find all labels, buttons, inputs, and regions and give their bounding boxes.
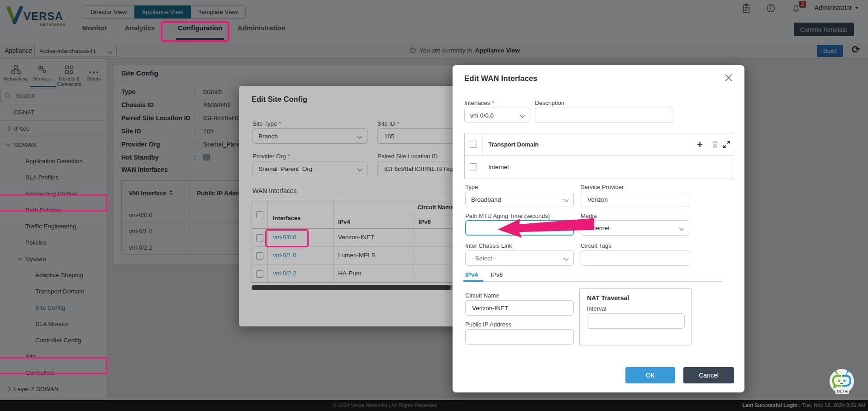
public-ip-input[interactable] xyxy=(471,333,568,341)
service-provider-input[interactable] xyxy=(587,196,683,203)
column-divider xyxy=(482,133,482,156)
select-all-checkbox[interactable] xyxy=(470,141,477,148)
nat-traversal-title: NAT Traversal xyxy=(587,294,629,302)
description-input-wrap xyxy=(535,108,673,123)
chevron-down-icon xyxy=(563,255,568,260)
nat-interval-label: Interval xyxy=(587,305,606,312)
modal-title: Edit WAN Interfaces xyxy=(464,74,538,83)
delete-trash-icon[interactable] xyxy=(711,141,719,149)
path-mtu-input-wrap xyxy=(465,220,574,236)
media-label: Media xyxy=(581,213,596,219)
required-marker: * xyxy=(492,99,494,106)
beta-assistant-icon[interactable]: BETA xyxy=(828,368,855,396)
tabs-divider xyxy=(463,281,722,282)
interfaces-select[interactable]: vni-0/0.0 xyxy=(464,108,530,123)
chevron-down-icon xyxy=(563,197,568,202)
edit-wan-interfaces-modal: Edit WAN Interfaces Interfaces* vni-0/0.… xyxy=(453,65,744,392)
path-mtu-label: Path MTU Aging Time (seconds) xyxy=(465,213,550,219)
row-checkbox[interactable] xyxy=(470,163,477,170)
ok-button[interactable]: OK xyxy=(625,367,675,383)
circuit-name-input[interactable] xyxy=(471,304,568,312)
nat-traversal-box: NAT Traversal Interval xyxy=(579,288,692,345)
media-select[interactable]: Ethernet xyxy=(581,220,689,236)
service-provider-label: Service Provider xyxy=(581,184,624,190)
type-label: Type xyxy=(465,184,478,190)
tab-ipv6[interactable]: IPv6 xyxy=(491,271,503,278)
circuit-name-label: Circuit Name xyxy=(465,292,499,299)
inter-chassis-link-select[interactable]: --Select-- xyxy=(465,250,574,266)
public-ip-label: Public IP Address xyxy=(465,321,511,328)
description-input[interactable] xyxy=(541,112,668,119)
transport-domain-list: Transport Domain + Internet xyxy=(464,133,733,179)
circuit-tags-input-wrap xyxy=(581,250,689,266)
close-icon[interactable] xyxy=(724,73,733,82)
nat-interval-input-wrap xyxy=(587,313,685,329)
ipv4-tab-underline xyxy=(463,280,483,282)
circuit-tags-input[interactable] xyxy=(587,255,683,262)
public-ip-input-wrap xyxy=(465,329,574,345)
chevron-down-icon xyxy=(520,113,525,118)
circuit-name-input-wrap xyxy=(465,300,574,316)
description-label: Description xyxy=(535,99,564,106)
circuit-tags-label: Circuit Tags xyxy=(581,242,611,249)
nat-interval-input[interactable] xyxy=(593,317,679,325)
path-mtu-input[interactable] xyxy=(472,224,568,232)
expand-icon[interactable] xyxy=(723,141,730,148)
transport-domain-title: Transport Domain xyxy=(488,141,539,148)
inter-chassis-link-label: Inter Chassis Link xyxy=(465,242,512,249)
type-select[interactable]: Broadband xyxy=(465,192,574,207)
versa-director-app: VERSA NETWORKS Director View Appliance V… xyxy=(0,0,868,411)
interfaces-label: Interfaces* xyxy=(464,99,494,106)
transport-domain-row-label: Internet xyxy=(488,164,509,170)
service-provider-input-wrap xyxy=(581,192,689,207)
transport-domain-header: Transport Domain + xyxy=(465,133,733,156)
beta-label: BETA xyxy=(836,388,848,393)
cancel-button[interactable]: Cancel xyxy=(683,367,734,383)
add-icon[interactable]: + xyxy=(697,140,703,150)
tab-ipv4[interactable]: IPv4 xyxy=(465,271,478,278)
chevron-down-icon xyxy=(679,225,684,230)
transport-domain-row: Internet xyxy=(465,156,733,179)
